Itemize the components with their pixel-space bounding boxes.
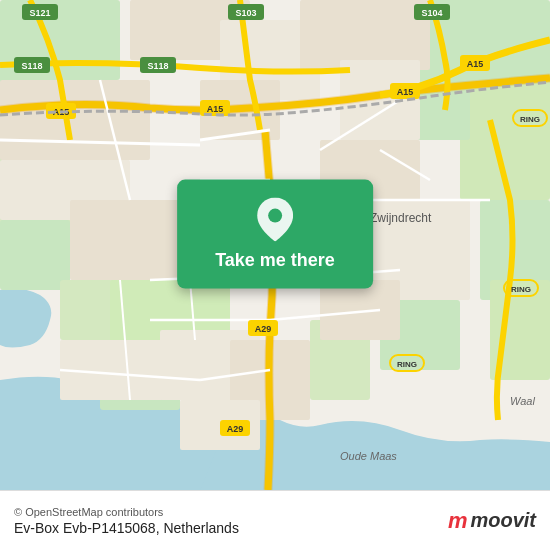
moovit-m-letter: m [448,508,467,534]
svg-text:A15: A15 [467,59,484,69]
location-name: Ev-Box Evb-P1415068, Netherlands [14,520,239,536]
svg-text:S103: S103 [235,8,256,18]
moovit-wordmark: moovit [470,509,536,532]
svg-rect-28 [300,0,430,70]
svg-text:A15: A15 [207,104,224,114]
svg-text:S118: S118 [147,61,168,71]
map-container: S121 S118 S118 S103 S104 A15 A15 A15 A15… [0,0,550,490]
svg-rect-21 [320,280,400,340]
osm-credit: © OpenStreetMap contributors [14,506,239,518]
svg-text:RING: RING [511,285,531,294]
svg-text:A29: A29 [255,324,272,334]
footer-left: © OpenStreetMap contributors Ev-Box Evb-… [14,506,239,536]
take-me-there-label: Take me there [215,250,335,271]
moovit-logo: m moovit [448,508,536,534]
take-me-there-button[interactable]: Take me there [177,180,373,289]
svg-rect-4 [0,220,70,290]
footer: © OpenStreetMap contributors Ev-Box Evb-… [0,490,550,550]
svg-text:RING: RING [397,360,417,369]
svg-rect-15 [0,80,150,160]
svg-point-78 [268,209,282,223]
svg-text:S121: S121 [29,8,50,18]
svg-text:S104: S104 [421,8,442,18]
svg-text:Waal: Waal [510,395,535,407]
svg-text:Zwijndrecht: Zwijndrecht [370,211,432,225]
svg-text:A29: A29 [227,424,244,434]
location-pin-icon [257,198,293,242]
svg-text:RING: RING [520,115,540,124]
svg-text:Oude Maas: Oude Maas [340,450,397,462]
svg-text:S118: S118 [21,61,42,71]
button-overlay: Take me there [177,180,373,289]
svg-text:A15: A15 [397,87,414,97]
